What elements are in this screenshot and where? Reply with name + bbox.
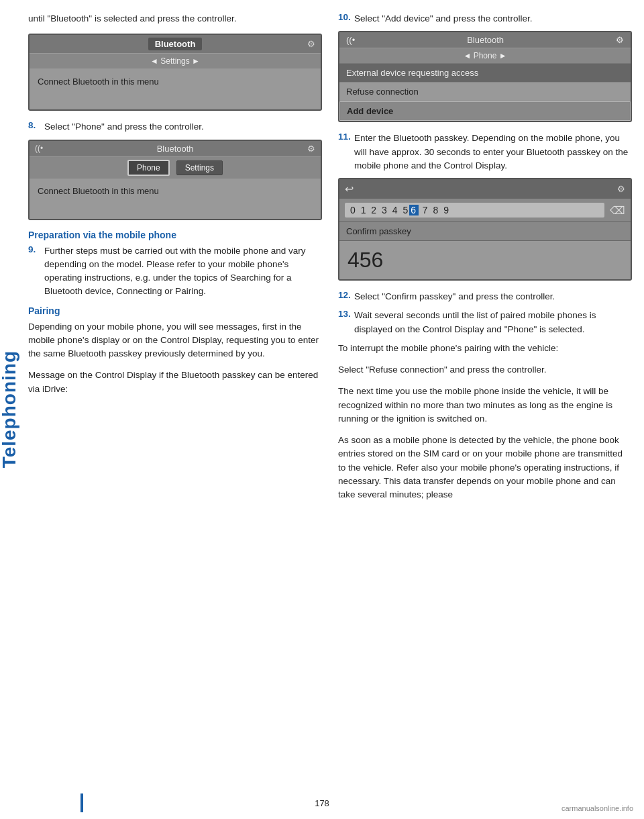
screen3-subnav: ◄ Phone ► xyxy=(339,48,631,64)
screen1-body: Connect Bluetooth in this menu xyxy=(30,69,321,109)
next-time-text: The next time you use the mobile phone i… xyxy=(338,385,632,426)
screen3-menu-item-3-label: Add device xyxy=(347,106,393,116)
screen3-topbar: ((• Bluetooth ⚙ xyxy=(339,32,631,48)
interrupt-text1: To interrupt the mobile phone's pairing … xyxy=(338,342,632,355)
interrupt-text2: Select "Refuse connection" and press the… xyxy=(338,363,632,377)
step12-text: Select "Confirm passkey" and press the c… xyxy=(354,290,555,303)
passkey-digits-prefix: 0 1 2 3 4 5 xyxy=(350,205,409,215)
step9-block: 9. Further steps must be carried out wit… xyxy=(28,244,322,299)
screen3-menu-item-2[interactable]: Refuse connection xyxy=(339,83,631,101)
screen3-gear-icon: ⚙ xyxy=(616,35,624,45)
passkey-display: 456 xyxy=(339,241,631,279)
screen1-topbar: Bluetooth ⚙ xyxy=(30,35,321,54)
screen2-body-text: Connect Bluetooth in this menu xyxy=(38,186,159,196)
passkey-digits-suffix: 7 8 9 xyxy=(419,205,450,215)
passkey-value: 456 xyxy=(347,248,383,272)
passkey-confirm-row: Confirm passkey xyxy=(339,222,631,241)
screen1-nav: ◄ Settings ► xyxy=(30,54,321,69)
pairing-text2: Message on the Control Display if the Bl… xyxy=(28,369,322,396)
sidebar: Telephoning xyxy=(0,0,19,819)
step10-text: Select "Add device" and press the contro… xyxy=(354,12,533,26)
section2-heading: Pairing xyxy=(28,305,322,316)
screen2-settings-icon: ⚙ xyxy=(307,144,315,154)
screen2-wrapper: ((• Bluetooth ⚙ Phone Settings Connect B… xyxy=(28,140,322,220)
screen3-menu-item-1[interactable]: External device requesting access xyxy=(339,64,631,83)
step9-number: 9. xyxy=(28,244,42,299)
screen3-title: Bluetooth xyxy=(467,35,504,45)
page-number: 178 xyxy=(315,798,329,808)
screen2-tab-settings[interactable]: Settings xyxy=(176,160,223,175)
backspace-icon[interactable]: ⌫ xyxy=(610,204,625,217)
passkey-screen: ↩ ⚙ 0 1 2 3 4 56 7 8 9 ⌫ Confirm passkey… xyxy=(338,178,632,281)
passkey-topbar: ↩ ⚙ xyxy=(339,179,631,199)
step8-block: 8. Select "Phone" and press the controll… xyxy=(28,120,322,134)
screen2-title: Bluetooth xyxy=(157,144,194,154)
section1-heading: Preparation via the mobile phone xyxy=(28,230,322,240)
step10-number: 10. xyxy=(338,12,352,26)
right-column: 10. Select "Add device" and press the co… xyxy=(338,12,632,510)
screen3-menu-item-2-label: Refuse connection xyxy=(346,87,419,97)
screen1: Bluetooth ⚙ ◄ Settings ► Connect Bluetoo… xyxy=(28,34,322,111)
back-icon: ↩ xyxy=(345,183,354,195)
step12-number: 12. xyxy=(338,290,352,303)
screen1-body-text: Connect Bluetooth in this menu xyxy=(38,77,159,87)
screen1-wrapper: Bluetooth ⚙ ◄ Settings ► Connect Bluetoo… xyxy=(28,34,322,111)
step12-block: 12. Select "Confirm passkey" and press t… xyxy=(338,290,632,303)
passkey-gear-icon: ⚙ xyxy=(617,184,625,194)
screen1-title: Bluetooth xyxy=(148,38,203,50)
screen1-title-text: Bluetooth xyxy=(155,39,196,49)
screen2: ((• Bluetooth ⚙ Phone Settings Connect B… xyxy=(28,140,322,220)
screen1-settings-icon: ⚙ xyxy=(307,39,315,49)
step10-block: 10. Select "Add device" and press the co… xyxy=(338,12,632,26)
page-bar xyxy=(80,793,83,812)
screen2-tab-phone[interactable]: Phone xyxy=(127,160,170,176)
screen3-bt-icon: ((• xyxy=(346,35,355,45)
step11-number: 11. xyxy=(338,132,352,173)
screen2-bt-icon: ((• xyxy=(35,144,43,153)
screen2-tabs: Phone Settings xyxy=(30,157,321,179)
step13-number: 13. xyxy=(338,309,352,336)
phone-book-text: As soon as a mobile phone is detected by… xyxy=(338,434,632,501)
screen3-menu-item-3[interactable]: Add device xyxy=(339,101,631,121)
sidebar-label-text: Telephoning xyxy=(0,350,20,468)
passkey-digits-row: 0 1 2 3 4 56 7 8 9 ⌫ xyxy=(339,199,631,222)
step9-text: Further steps must be carried out with t… xyxy=(44,244,322,299)
screen1-settings-nav: ◄ Settings ► xyxy=(150,56,200,66)
passkey-confirm-text: Confirm passkey xyxy=(346,226,411,236)
footer-text: carmanualsonline.info xyxy=(561,804,633,812)
step11-block: 11. Enter the Bluetooth passkey. Dependi… xyxy=(338,132,632,173)
screen2-topbar: ((• Bluetooth ⚙ xyxy=(30,141,321,157)
step13-block: 13. Wait several seconds until the list … xyxy=(338,309,632,336)
screen2-body: Connect Bluetooth in this menu xyxy=(30,179,321,219)
left-column: until "Bluetooth" is selected and press … xyxy=(28,12,322,510)
intro-text: until "Bluetooth" is selected and press … xyxy=(28,12,322,26)
passkey-digits: 0 1 2 3 4 56 7 8 9 xyxy=(345,203,604,218)
screen3: ((• Bluetooth ⚙ ◄ Phone ► External devic… xyxy=(338,31,632,122)
step8-text: Select "Phone" and press the controller. xyxy=(44,120,204,134)
step11-text: Enter the Bluetooth passkey. Depending o… xyxy=(354,132,632,173)
step13-text: Wait several seconds until the list of p… xyxy=(354,309,632,336)
screen3-menu-item-1-label: External device requesting access xyxy=(346,68,478,78)
passkey-highlighted-digit: 6 xyxy=(409,205,419,215)
step8-number: 8. xyxy=(28,120,42,134)
pairing-text1: Depending on your mobile phone, you will… xyxy=(28,320,322,361)
